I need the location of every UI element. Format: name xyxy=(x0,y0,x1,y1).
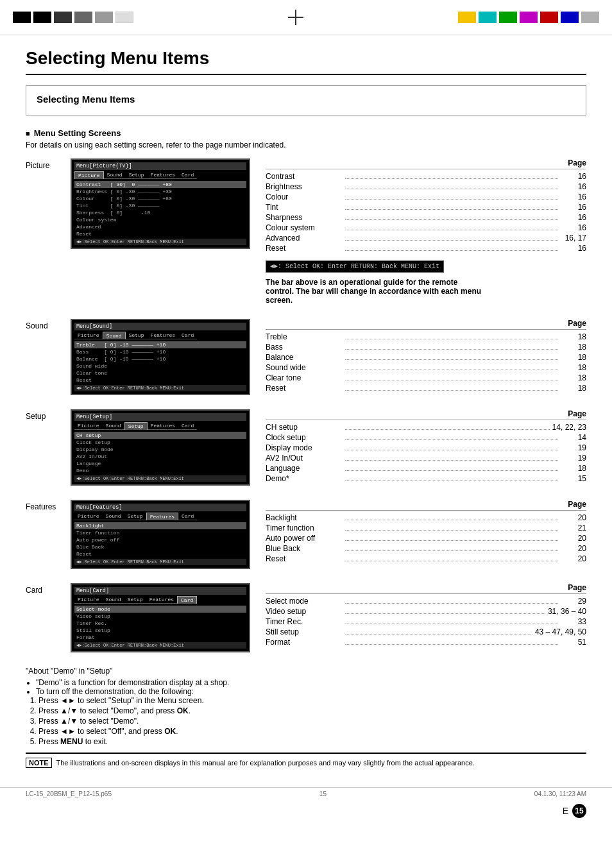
demo-bullet-2: To turn off the demonstration, do the fo… xyxy=(36,687,586,696)
demo-bullet-list: "Demo" is a function for demonstration d… xyxy=(36,678,586,696)
sound-screen: Menu[Sound] Picture Sound Setup Features… xyxy=(71,319,250,395)
bar-yellow xyxy=(458,12,476,23)
sound-tab-sound: Sound xyxy=(103,332,126,339)
sound-item-wide: Sound wide xyxy=(74,362,246,370)
remote-guide-area: ◄►: Select OK: Enter RETURN: Back MENU: … xyxy=(266,259,586,305)
demo-step-3: Press ▲/▼ to select "Demo". xyxy=(38,717,586,726)
demo-step-1: Press ◄► to select "Setup" in the Menu s… xyxy=(38,696,586,705)
demo-steps-list: Press ◄► to select "Setup" in the Menu s… xyxy=(38,696,586,746)
card-screen-title: Menu[Card] xyxy=(74,587,246,595)
card-item-video: Video setup xyxy=(74,613,246,620)
setup-item-av2: AV2 In/Out xyxy=(74,453,246,460)
card-page-refs: Page Select mode 29 Video setup 31, 36 –… xyxy=(266,583,586,648)
sound-ref-treble: Treble 18 xyxy=(266,332,586,341)
setup-item-demo: Demo xyxy=(74,467,246,474)
card-ref-select: Select mode 29 xyxy=(266,597,586,606)
features-ref-timer: Timer function 21 xyxy=(266,523,586,532)
sound-ref-reset: Reset 18 xyxy=(266,384,586,393)
features-ref-backlight: Backlight 20 xyxy=(266,513,586,522)
page-title: Selecting Menu Items xyxy=(26,48,586,75)
sound-page-refs: Page Treble 18 Bass 18 Balance 18 Sound … xyxy=(266,319,586,394)
bar-green xyxy=(499,12,517,23)
card-tabs: Picture Sound Setup Features Card xyxy=(74,596,246,604)
file-info-right: 04.1.30, 11:23 AM xyxy=(534,790,586,797)
picture-ref-sharpness: Sharpness 16 xyxy=(266,213,586,222)
demo-step-4: Press ◄► to select "Off", and press OK. xyxy=(38,727,586,736)
tab-sound: Sound xyxy=(104,171,126,179)
setup-item-clock: Clock setup xyxy=(74,439,246,446)
setup-tab-features: Features xyxy=(148,422,178,430)
note-label: NOTE xyxy=(26,758,52,768)
card-bottom-bar: ◄►:Select OK:Enter RETURN:Back MENU:Exit xyxy=(74,642,246,649)
features-row: Features Menu[Features] Picture Sound Se… xyxy=(26,500,586,569)
sound-ref-cleartone: Clear tone 18 xyxy=(266,373,586,382)
setup-ref-demo: Demo* 15 xyxy=(266,474,586,483)
card-tab-picture: Picture xyxy=(74,596,103,604)
sound-item-balance: Balance [ 0] -10 ——————— +10 xyxy=(74,355,246,362)
card-ref-timer: Timer Rec. 33 xyxy=(266,617,586,626)
features-tab-sound: Sound xyxy=(103,513,124,520)
card-screen: Menu[Card] Picture Sound Setup Features … xyxy=(71,583,250,652)
features-ref-auto: Auto power off 20 xyxy=(266,534,586,543)
menu-heading: Menu Setting Screens xyxy=(26,128,586,138)
bar-block-4 xyxy=(74,12,92,23)
demo-step-2: Press ▲/▼ to select "Demo", and press OK… xyxy=(38,706,586,715)
picture-item-3: Colour [ 0] -30 ——————— +80 xyxy=(74,195,246,202)
tab-picture: Picture xyxy=(74,171,104,179)
sound-item-treble: Treble [ 0] -10 ——————— +10 xyxy=(74,341,246,348)
bar-blue xyxy=(561,12,579,23)
setup-item-display: Display mode xyxy=(74,446,246,453)
setup-item-ch: CH setup xyxy=(74,432,246,439)
features-item-backlight: Backlight xyxy=(74,522,246,529)
features-tab-setup: Setup xyxy=(124,513,146,520)
sound-ref-bass: Bass 18 xyxy=(266,343,586,352)
menu-desc: For details on using each setting screen… xyxy=(26,140,586,149)
card-tab-setup: Setup xyxy=(124,596,146,604)
card-item-still: Still setup xyxy=(74,627,246,634)
setup-ref-language: Language 18 xyxy=(266,464,586,473)
features-ref-blue: Blue Back 20 xyxy=(266,544,586,553)
operational-guide: The bar above is an operational guide fo… xyxy=(266,278,484,305)
features-item-blue: Blue Back xyxy=(74,543,246,550)
features-tab-features: Features xyxy=(146,513,178,520)
picture-tabs: Picture Sound Setup Features Card xyxy=(74,171,246,179)
picture-item-6: Colour system xyxy=(74,216,246,223)
bar-red xyxy=(540,12,558,23)
sound-item-cleartone: Clear tone xyxy=(74,370,246,377)
demo-about-heading: "About "Demo" in "Setup" xyxy=(26,667,586,676)
sound-tab-features: Features xyxy=(148,332,178,339)
picture-ref-contrast: Contrast 16 xyxy=(266,172,586,181)
card-item-timer: Timer Rec. xyxy=(74,620,246,627)
crosshair-icon xyxy=(288,10,303,25)
picture-label: Picture xyxy=(26,158,71,170)
card-tab-sound: Sound xyxy=(103,596,124,604)
setup-label: Setup xyxy=(26,409,71,421)
picture-ref-tint: Tint 16 xyxy=(266,203,586,212)
file-info-left: LC-15_20B5M_E_P12-15.p65 xyxy=(26,790,112,797)
card-label: Card xyxy=(26,583,71,595)
picture-bottom-bar: ◄►:Select OK:Enter RETURN:Back MENU:Exit xyxy=(74,239,246,245)
picture-row: Picture Menu[Picture(TV)] Picture Sound … xyxy=(26,158,586,305)
sound-label: Sound xyxy=(26,319,71,330)
setup-ref-av2: AV2 In/Out 19 xyxy=(266,454,586,463)
bar-magenta xyxy=(520,12,538,23)
sound-screen-title: Menu[Sound] xyxy=(74,323,246,330)
sound-page-header: Page xyxy=(266,319,586,330)
demo-bullet-1: "Demo" is a function for demonstration d… xyxy=(36,678,586,687)
picture-screen: Menu[Picture(TV)] Picture Sound Setup Fe… xyxy=(71,158,250,249)
tab-features: Features xyxy=(148,171,178,179)
setup-screen: Menu[Setup] Picture Sound Setup Features… xyxy=(71,409,250,486)
tab-card: Card xyxy=(178,171,197,179)
file-info-bar: LC-15_20B5M_E_P12-15.p65 15 04.1.30, 11:… xyxy=(0,787,612,800)
file-info-middle: 15 xyxy=(319,790,327,797)
setup-ref-ch: CH setup 14, 22, 23 xyxy=(266,423,586,432)
features-item-reset: Reset xyxy=(74,550,246,557)
picture-item-7: Advanced xyxy=(74,223,246,230)
note-section: NOTE The illustrations and on-screen dis… xyxy=(26,753,586,768)
card-ref-still: Still setup 43 – 47, 49, 50 xyxy=(266,627,586,636)
features-screen-title: Menu[Features] xyxy=(74,504,246,511)
features-label: Features xyxy=(26,500,71,511)
sound-tab-picture: Picture xyxy=(74,332,103,339)
picture-item-2: Brightness [ 0] -30 ——————— +30 xyxy=(74,188,246,195)
main-content: Selecting Menu Items Selecting Menu Item… xyxy=(0,35,612,787)
